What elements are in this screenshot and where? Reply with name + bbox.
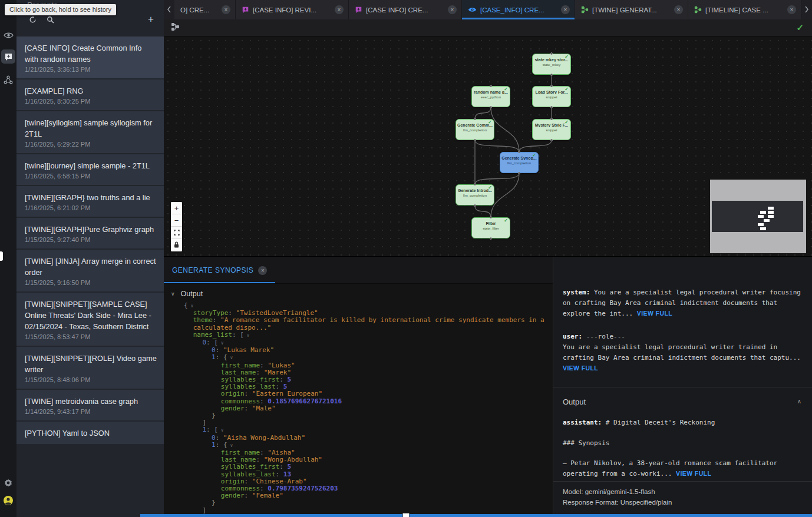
tabs-scroll-right[interactable] [801,0,812,19]
prompts-sidebar: Prompts + [CASE INFO] Create Common Info… [16,0,164,517]
output-port[interactable] [474,204,476,207]
tab--twine-generat-[interactable]: [TWINE] GENERAT...× [575,0,688,19]
output-port[interactable] [518,172,520,174]
inspector-output-header[interactable]: Output ∧ [563,396,801,408]
prompt-timestamp: 1/14/2025, 9:43:17 PM [25,408,157,415]
node-check-icon: ✓ [565,87,569,92]
system-text: You are a specialist legal procedural wr… [563,289,801,317]
minimap-node [758,223,764,226]
prompt-timestamp: 1/16/2025, 6:58:15 PM [25,173,157,180]
user-avatar-icon [3,495,14,506]
graph-node-state_mkey[interactable]: state mkey stor...state_mkey✓ [532,54,571,75]
output-port[interactable] [490,237,492,240]
collapse-up-icon: ∧ [797,397,801,406]
gear-icon [4,478,13,488]
tab--case-info-revi-[interactable]: [CASE INFO] REVI...× [236,0,349,19]
graph-valid-check-icon: ✓ [796,22,804,33]
prompt-list-item[interactable]: [twine][syllogism] sample syllogism for … [16,111,164,153]
node-graph-icon [694,6,702,14]
input-port[interactable] [474,183,476,185]
input-port[interactable] [550,52,553,55]
prompt-list-item[interactable]: [TWINE][SNIPPET][SAMPLE CASE] Online Thr… [16,293,164,346]
graph-node-llm_completion[interactable]: Generate Introd...llm_completion✓ [455,184,494,206]
tab--case-info-cre-[interactable]: [CASE_INFO] CRE...× [462,0,575,19]
graph-node-llm_completion[interactable]: Generate Comm...llm_completion✓ [455,119,494,140]
tabs-scroll-left[interactable] [164,0,174,19]
output-port[interactable] [474,139,476,141]
settings-button[interactable] [1,476,15,490]
prompt-list-item[interactable]: [TWINE][GRAPH} two truths and a lie1/16/… [16,186,164,217]
output-port[interactable] [550,74,553,76]
prompt-list-item[interactable]: [CASE INFO] Create Common Info with rand… [16,37,164,78]
prompt-title: [twine][journey] simple sample - 2T1L [25,160,157,171]
input-port[interactable] [490,85,492,87]
json-line: names_list: [ ∨ [164,332,553,339]
view-full-link[interactable]: VIEW FULL [637,310,672,317]
model-line: Model: gemini/gemini-1.5-flash [563,486,803,497]
close-icon[interactable]: × [787,5,796,14]
output-section-header[interactable]: ∨ Output [164,284,553,302]
prompt-list-item[interactable]: [twine][journey] simple sample - 2T1L1/1… [16,154,164,185]
output-port[interactable] [490,106,492,108]
prompt-list-item[interactable]: [TWINE][SNIPPET][ROLE] Video game writer… [16,347,164,389]
node-graph-icon [171,22,180,34]
view-full-link[interactable]: VIEW FULL [676,470,711,477]
preview-nav-button[interactable] [1,28,15,42]
input-port[interactable] [550,85,553,87]
zoom-out-button[interactable]: − [171,214,182,227]
tab--case-info-cre-[interactable]: [CASE INFO] CRE...× [349,0,462,19]
prompt-list-item[interactable]: [TWINE][GRAPH]Pure Graphviz graph1/15/20… [16,218,164,248]
tab--timeline-case-[interactable]: [TIMELINE] CASE ...× [688,0,801,19]
workflow-nav-button[interactable] [1,73,15,87]
add-prompt-button[interactable]: + [145,14,157,25]
account-button[interactable] [1,493,15,508]
fit-view-icon [174,228,180,237]
node-type: snippet [533,128,570,132]
prompt-list-item[interactable]: [TWINE] metroidvania case graph1/14/2025… [16,390,164,420]
node-check-icon: ✓ [565,54,569,59]
fit-view-button[interactable] [171,227,182,239]
tab-o-cre-[interactable]: O] CRE...× [174,0,236,19]
graph-canvas[interactable]: state mkey stor...state_mkey✓random name… [164,37,812,256]
horizontal-scrollbar[interactable] [140,514,812,517]
system-message: system: You are a specialist legal proce… [563,287,801,319]
scrollbar-thumb[interactable] [402,513,410,517]
model-info: Model: gemini/gemini-1.5-flash Response … [553,481,812,508]
output-tab-label: GENERATE SYNOPSIS [172,266,253,274]
graph-node-llm_completion[interactable]: Generate Synop...llm_completion✓ [500,152,539,173]
close-icon[interactable]: × [258,266,267,275]
output-port[interactable] [550,106,553,108]
node-check-icon: ✓ [504,87,508,92]
prompt-list-item[interactable]: [EXAMPLE] RNG1/16/2025, 8:30:25 PM [16,79,164,110]
close-icon[interactable]: × [335,5,344,14]
output-tab[interactable]: GENERATE SYNOPSIS × [164,257,275,283]
input-port[interactable] [518,151,520,153]
tab-label: [CASE INFO] CRE... [366,6,444,14]
prompt-title: [TWINE][GRAPH]Pure Graphviz graph [25,224,157,235]
graph-node-state_filter[interactable]: Filterstate_filter✓ [471,217,510,238]
close-icon[interactable]: × [561,5,570,14]
tab-label: [TWINE] GENERAT... [592,6,671,14]
input-port[interactable] [490,216,492,218]
graph-node-exec_python[interactable]: random name g...exec_python✓ [471,86,510,107]
prompt-list-item[interactable]: [TWINE] [JINJA] Array merge in correct o… [16,250,164,291]
node-type: state_mkey [533,63,570,67]
prompt-list-item[interactable]: [PYTHON] Yaml to JSON [16,422,164,444]
close-icon[interactable]: × [674,5,683,14]
graph-node-snippet[interactable]: Mystery Style F...snippet✓ [532,119,571,140]
assistant-title: # Digital Deceit's Reckoning [606,419,715,426]
close-icon[interactable]: × [222,5,230,14]
input-port[interactable] [550,118,553,120]
zoom-in-button[interactable]: + [171,202,182,214]
panel-resize-handle[interactable] [0,251,3,261]
close-icon[interactable]: × [448,5,457,14]
lock-button[interactable] [171,239,182,251]
prompt-bubble-icon [242,6,249,14]
input-port[interactable] [474,118,476,120]
minimap[interactable] [710,180,806,253]
prompt-title: [TWINE] metroidvania case graph [25,396,157,407]
view-full-link[interactable]: VIEW FULL [563,364,598,372]
prompts-nav-button[interactable] [1,49,15,64]
output-port[interactable] [550,139,553,141]
graph-node-snippet[interactable]: Load Story For...snippet✓ [532,86,571,107]
